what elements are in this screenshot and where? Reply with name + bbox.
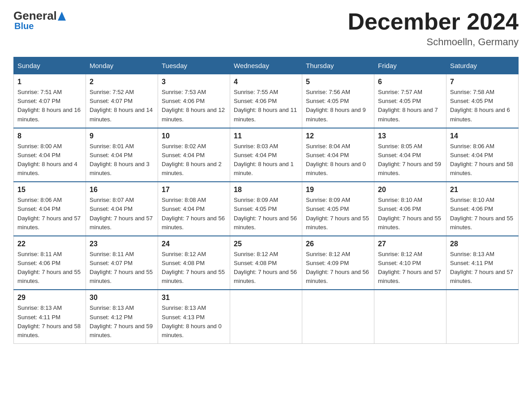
- calendar-week-row: 22 Sunrise: 8:11 AMSunset: 4:06 PMDaylig…: [14, 236, 519, 290]
- day-number: 30: [90, 294, 154, 302]
- col-header-wednesday: Wednesday: [230, 57, 302, 74]
- day-info: Sunrise: 8:03 AMSunset: 4:04 PMDaylight:…: [234, 143, 294, 176]
- calendar-cell: [302, 290, 374, 343]
- svg-marker-0: [58, 12, 66, 21]
- calendar-cell: 2 Sunrise: 7:52 AMSunset: 4:07 PMDayligh…: [86, 74, 158, 128]
- col-header-sunday: Sunday: [14, 57, 86, 74]
- col-header-monday: Monday: [86, 57, 158, 74]
- day-info: Sunrise: 8:12 AMSunset: 4:09 PMDaylight:…: [306, 251, 369, 284]
- day-info: Sunrise: 7:52 AMSunset: 4:07 PMDaylight:…: [90, 89, 153, 122]
- calendar-cell: 4 Sunrise: 7:55 AMSunset: 4:06 PMDayligh…: [230, 74, 302, 128]
- day-number: 28: [450, 240, 515, 248]
- day-number: 7: [450, 78, 515, 86]
- day-info: Sunrise: 7:58 AMSunset: 4:05 PMDaylight:…: [450, 89, 510, 122]
- calendar-cell: 19 Sunrise: 8:09 AMSunset: 4:05 PMDaylig…: [302, 182, 374, 236]
- calendar-cell: 17 Sunrise: 8:08 AMSunset: 4:04 PMDaylig…: [158, 182, 230, 236]
- calendar-cell: 28 Sunrise: 8:13 AMSunset: 4:11 PMDaylig…: [446, 236, 519, 290]
- day-number: 11: [234, 132, 298, 140]
- day-info: Sunrise: 8:09 AMSunset: 4:05 PMDaylight:…: [234, 197, 297, 230]
- day-info: Sunrise: 8:12 AMSunset: 4:08 PMDaylight:…: [162, 251, 225, 284]
- calendar-cell: 20 Sunrise: 8:10 AMSunset: 4:06 PMDaylig…: [374, 182, 446, 236]
- day-number: 14: [450, 132, 515, 140]
- day-info: Sunrise: 7:56 AMSunset: 4:05 PMDaylight:…: [306, 89, 366, 122]
- col-header-friday: Friday: [374, 57, 446, 74]
- calendar-cell: 5 Sunrise: 7:56 AMSunset: 4:05 PMDayligh…: [302, 74, 374, 128]
- day-number: 21: [450, 186, 515, 194]
- calendar-cell: 9 Sunrise: 8:01 AMSunset: 4:04 PMDayligh…: [86, 128, 158, 182]
- day-number: 8: [17, 132, 82, 140]
- day-number: 6: [378, 78, 442, 86]
- day-info: Sunrise: 8:12 AMSunset: 4:10 PMDaylight:…: [378, 251, 441, 284]
- day-number: 23: [90, 240, 154, 248]
- day-number: 25: [234, 240, 298, 248]
- logo: General Blue: [13, 9, 67, 31]
- day-info: Sunrise: 8:00 AMSunset: 4:04 PMDaylight:…: [17, 143, 77, 176]
- day-info: Sunrise: 8:12 AMSunset: 4:08 PMDaylight:…: [234, 251, 297, 284]
- calendar-cell: 24 Sunrise: 8:12 AMSunset: 4:08 PMDaylig…: [158, 236, 230, 290]
- day-info: Sunrise: 8:13 AMSunset: 4:11 PMDaylight:…: [450, 251, 513, 284]
- calendar-cell: 16 Sunrise: 8:07 AMSunset: 4:04 PMDaylig…: [86, 182, 158, 236]
- day-number: 17: [162, 186, 226, 194]
- day-number: 13: [378, 132, 442, 140]
- calendar-cell: [446, 290, 519, 343]
- day-info: Sunrise: 7:57 AMSunset: 4:05 PMDaylight:…: [378, 89, 438, 122]
- col-header-thursday: Thursday: [302, 57, 374, 74]
- calendar-cell: 6 Sunrise: 7:57 AMSunset: 4:05 PMDayligh…: [374, 74, 446, 128]
- calendar-cell: 29 Sunrise: 8:13 AMSunset: 4:11 PMDaylig…: [14, 290, 86, 343]
- day-number: 4: [234, 78, 298, 86]
- calendar-cell: 13 Sunrise: 8:05 AMSunset: 4:04 PMDaylig…: [374, 128, 446, 182]
- day-info: Sunrise: 8:13 AMSunset: 4:11 PMDaylight:…: [17, 304, 81, 338]
- calendar-cell: 23 Sunrise: 8:11 AMSunset: 4:07 PMDaylig…: [86, 236, 158, 290]
- day-info: Sunrise: 8:01 AMSunset: 4:04 PMDaylight:…: [90, 143, 150, 176]
- location-title: Schmoelln, Germany: [348, 36, 519, 48]
- calendar-cell: 7 Sunrise: 7:58 AMSunset: 4:05 PMDayligh…: [446, 74, 519, 128]
- calendar-cell: [374, 290, 446, 343]
- day-number: 31: [162, 294, 226, 302]
- day-number: 12: [306, 132, 370, 140]
- day-number: 22: [17, 240, 82, 248]
- day-info: Sunrise: 8:07 AMSunset: 4:04 PMDaylight:…: [90, 197, 153, 230]
- page-header: General Blue December 2024 Schmoelln, Ge…: [13, 9, 519, 48]
- day-number: 27: [378, 240, 442, 248]
- calendar-week-row: 29 Sunrise: 8:13 AMSunset: 4:11 PMDaylig…: [14, 290, 519, 343]
- calendar-cell: 1 Sunrise: 7:51 AMSunset: 4:07 PMDayligh…: [14, 74, 86, 128]
- calendar-cell: 31 Sunrise: 8:13 AMSunset: 4:13 PMDaylig…: [158, 290, 230, 343]
- calendar-cell: 12 Sunrise: 8:04 AMSunset: 4:04 PMDaylig…: [302, 128, 374, 182]
- day-number: 26: [306, 240, 370, 248]
- day-info: Sunrise: 7:51 AMSunset: 4:07 PMDaylight:…: [17, 89, 81, 122]
- calendar-week-row: 8 Sunrise: 8:00 AMSunset: 4:04 PMDayligh…: [14, 128, 519, 182]
- day-number: 5: [306, 78, 370, 86]
- calendar-table: SundayMondayTuesdayWednesdayThursdayFrid…: [13, 57, 519, 344]
- calendar-cell: 25 Sunrise: 8:12 AMSunset: 4:08 PMDaylig…: [230, 236, 302, 290]
- calendar-cell: 11 Sunrise: 8:03 AMSunset: 4:04 PMDaylig…: [230, 128, 302, 182]
- day-number: 2: [90, 78, 154, 86]
- calendar-week-row: 15 Sunrise: 8:06 AMSunset: 4:04 PMDaylig…: [14, 182, 519, 236]
- calendar-cell: 10 Sunrise: 8:02 AMSunset: 4:04 PMDaylig…: [158, 128, 230, 182]
- day-info: Sunrise: 8:04 AMSunset: 4:04 PMDaylight:…: [306, 143, 366, 176]
- day-number: 18: [234, 186, 298, 194]
- day-info: Sunrise: 8:09 AMSunset: 4:05 PMDaylight:…: [306, 197, 369, 230]
- col-header-saturday: Saturday: [446, 57, 519, 74]
- day-number: 9: [90, 132, 154, 140]
- day-info: Sunrise: 8:06 AMSunset: 4:04 PMDaylight:…: [17, 197, 81, 230]
- day-number: 3: [162, 78, 226, 86]
- calendar-cell: [230, 290, 302, 343]
- day-info: Sunrise: 8:13 AMSunset: 4:13 PMDaylight:…: [162, 304, 222, 338]
- logo-blue: Blue: [14, 21, 34, 31]
- day-info: Sunrise: 8:13 AMSunset: 4:12 PMDaylight:…: [90, 304, 153, 338]
- logo-triangle-icon: [58, 12, 66, 21]
- day-number: 10: [162, 132, 226, 140]
- title-area: December 2024 Schmoelln, Germany: [348, 9, 519, 48]
- calendar-cell: 22 Sunrise: 8:11 AMSunset: 4:06 PMDaylig…: [14, 236, 86, 290]
- col-header-tuesday: Tuesday: [158, 57, 230, 74]
- calendar-cell: 14 Sunrise: 8:06 AMSunset: 4:04 PMDaylig…: [446, 128, 519, 182]
- day-number: 19: [306, 186, 370, 194]
- day-info: Sunrise: 8:10 AMSunset: 4:06 PMDaylight:…: [450, 197, 513, 230]
- day-number: 16: [90, 186, 154, 194]
- calendar-cell: 26 Sunrise: 8:12 AMSunset: 4:09 PMDaylig…: [302, 236, 374, 290]
- calendar-header-row: SundayMondayTuesdayWednesdayThursdayFrid…: [14, 57, 519, 74]
- calendar-week-row: 1 Sunrise: 7:51 AMSunset: 4:07 PMDayligh…: [14, 74, 519, 128]
- day-number: 15: [17, 186, 82, 194]
- day-info: Sunrise: 7:55 AMSunset: 4:06 PMDaylight:…: [234, 89, 297, 122]
- calendar-cell: 27 Sunrise: 8:12 AMSunset: 4:10 PMDaylig…: [374, 236, 446, 290]
